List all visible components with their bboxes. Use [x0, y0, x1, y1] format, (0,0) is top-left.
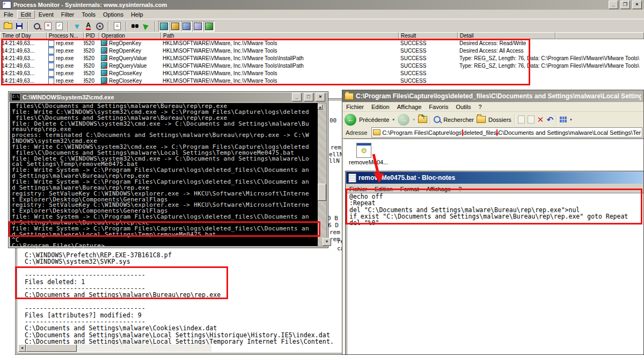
column-header-result[interactable]: Result — [399, 32, 458, 39]
notepad-menubar: FichierEditionFormatAffichage? — [346, 184, 643, 193]
column-header-operation[interactable]: Operation — [99, 32, 161, 39]
jump-to-icon[interactable] — [141, 21, 152, 32]
toolbar-separator — [155, 21, 156, 31]
procmon-event-row[interactable]: 14:21:49,63...rep.exe3520RegOpenKeyHKLM\… — [0, 47, 644, 54]
copy-to-icon[interactable] — [528, 115, 535, 124]
batch-file-icon — [356, 143, 371, 158]
notepad-text-area[interactable]: @echo off :Repeat del "C:\Documents and … — [347, 193, 643, 354]
scrollbar-thumb[interactable] — [26, 344, 77, 352]
capture-icon[interactable] — [31, 21, 42, 32]
clear-display-icon[interactable]: ✕ — [42, 21, 54, 32]
views-dropdown-icon[interactable]: ▼ — [569, 118, 573, 121]
views-icon[interactable] — [560, 117, 567, 122]
procmon-event-row[interactable]: 14:21:49,63...rep.exe3520RegOpenKeyHKLM\… — [0, 39, 644, 47]
explorer-menu-outils[interactable]: Outils — [452, 103, 474, 111]
address-path-highlighted: deleted_files — [463, 129, 496, 136]
procmon-menu-edit[interactable]: Edit — [17, 10, 35, 19]
notepad-menu-format[interactable]: Format — [397, 185, 423, 193]
explorer-menu-favoris[interactable]: Favoris — [425, 103, 452, 111]
cmd-console[interactable]: _files\C\Documents and Settings\malware\… — [10, 103, 327, 247]
explorer-menu-item[interactable]: ? — [475, 103, 486, 111]
scroll-down-button[interactable]: ▼ — [323, 238, 331, 246]
open-log-icon[interactable] — [2, 21, 13, 32]
highlight-icon[interactable]: A — [83, 21, 94, 32]
column-header-pid[interactable]: PID — [84, 32, 99, 39]
address-field[interactable]: C:\Program Files\Capture\logs\deleted_fi… — [371, 127, 642, 137]
notepad-menu-affichage[interactable]: Affichage — [423, 185, 455, 193]
undo-icon[interactable]: ↶ — [546, 115, 553, 124]
forward-button[interactable]: → — [398, 114, 409, 126]
filter-icon[interactable]: ▼ — [71, 21, 83, 32]
capture-log-line: C:\Documents and Settings\malware\Cookie… — [25, 325, 334, 331]
procmon-menu-help[interactable]: Help — [127, 10, 147, 19]
include-process-icon[interactable] — [94, 21, 105, 32]
cmd-maximize-button[interactable]: □ — [304, 93, 313, 102]
event-properties-icon[interactable] — [112, 21, 123, 32]
procmon-minimize-button[interactable]: _ — [609, 1, 618, 9]
file-item-removeme[interactable]: removeMe04... — [349, 143, 379, 165]
cmd-output: _files\C\Documents and Settings\malware\… — [12, 104, 309, 249]
search-label[interactable]: Rechercher — [443, 117, 474, 123]
procmon-event-row[interactable]: 14:21:49,63...rep.exe3520RegQueryValueHK… — [0, 54, 644, 62]
notepad-menu-item[interactable]: ? — [455, 185, 465, 193]
toolbar-separator — [556, 114, 557, 125]
procmon-menu-options[interactable]: Options — [99, 10, 127, 19]
explorer-menu-affichage[interactable]: Affichage — [393, 103, 426, 111]
show-profiling-events-icon[interactable] — [203, 21, 215, 32]
back-dropdown-icon[interactable]: ▼ — [392, 118, 395, 121]
procmon-event-row[interactable]: 14:21:49,63...rep.exe3520RegCloseKeyHKLM… — [0, 69, 644, 77]
explorer-titlebar[interactable]: C:\Program Files\Capture\logs\deleted_fi… — [342, 90, 643, 102]
column-header-detail[interactable]: Detail — [458, 32, 555, 39]
save-log-icon[interactable] — [13, 21, 25, 32]
notepad-menu-fichier[interactable]: Fichier — [346, 185, 371, 193]
cmd-close-button[interactable]: × — [316, 93, 325, 102]
notepad-titlebar[interactable]: removeMe0475.bat - Bloc-notes — [346, 172, 643, 184]
cmd-vertical-scrollbar[interactable]: ▲ ▼ — [318, 103, 326, 246]
show-network-activity-icon[interactable] — [181, 21, 192, 32]
autoscroll-icon[interactable]: ✓ — [54, 21, 65, 32]
registry-operation-icon — [101, 55, 107, 61]
column-header-process-n[interactable]: Process N... — [47, 32, 84, 39]
procmon-restore-button[interactable]: ❐ — [620, 1, 630, 9]
delete-icon[interactable]: ✕ — [537, 115, 544, 124]
procmon-menu-filter[interactable]: Filter — [57, 10, 78, 19]
cmd-titlebar[interactable]: C:\ C:\WINDOWS\system32\cmd.exe _ □ × — [9, 92, 327, 102]
procmon-close-button[interactable]: × — [632, 1, 642, 9]
scroll-left-button[interactable]: ◄ — [18, 344, 26, 352]
scrollbar-thumb[interactable] — [318, 184, 326, 201]
show-registry-activity-icon[interactable] — [158, 21, 170, 32]
find-icon[interactable] — [129, 21, 141, 32]
cmd-minimize-button[interactable]: _ — [292, 93, 302, 102]
procmon-menu-file[interactable]: File — [0, 10, 17, 19]
forward-dropdown-icon[interactable]: ▼ — [412, 118, 415, 121]
procmon-titlebar[interactable]: P Process Monitor - Sysinternals: www.sy… — [0, 0, 644, 10]
process-icon — [48, 54, 54, 62]
procmon-app-icon: P — [2, 1, 11, 9]
capture-log-horizontal-scrollbar[interactable]: ◄ — [18, 344, 211, 352]
column-header-path[interactable]: Path — [161, 32, 399, 39]
show-process-activity-icon[interactable] — [192, 21, 203, 32]
clipped-text-fragment: 6 D — [328, 222, 339, 229]
explorer-menu-edition[interactable]: Edition — [368, 103, 393, 111]
show-filesystem-activity-icon[interactable] — [170, 21, 181, 32]
process-icon — [48, 39, 54, 47]
move-to-icon[interactable] — [518, 115, 525, 124]
explorer-menu-fichier[interactable]: Fichier — [342, 103, 368, 111]
column-header-time-of-day[interactable]: Time of Day — [0, 32, 47, 39]
search-icon[interactable] — [434, 116, 441, 123]
folders-icon[interactable] — [477, 116, 486, 123]
procmon-event-row[interactable]: 14:21:49,63...rep.exe3520RegQueryValueHK… — [0, 62, 644, 69]
column-header-filler[interactable] — [555, 32, 644, 39]
procmon-event-row[interactable]: 14:21:49,63...rep.exe3520RegCloseKeyHKLM… — [0, 77, 644, 84]
notepad-title: removeMe0475.bat - Bloc-notes — [358, 174, 641, 182]
procmon-menu-tools[interactable]: Tools — [78, 10, 99, 19]
back-button[interactable]: ← — [345, 114, 356, 126]
explorer-title: C:\Program Files\Capture\logs\deleted_fi… — [356, 92, 641, 100]
up-button[interactable]: ↰ — [418, 116, 427, 123]
back-label[interactable]: Précédente — [359, 117, 389, 123]
scroll-up-button[interactable]: ▲ — [318, 105, 323, 110]
folders-label[interactable]: Dossiers — [488, 117, 511, 123]
notepad-menu-edition[interactable]: Edition — [371, 185, 397, 193]
procmon-event-list: 14:21:49,63...rep.exe3520RegOpenKeyHKLM\… — [0, 39, 644, 84]
procmon-menu-event[interactable]: Event — [35, 10, 57, 19]
